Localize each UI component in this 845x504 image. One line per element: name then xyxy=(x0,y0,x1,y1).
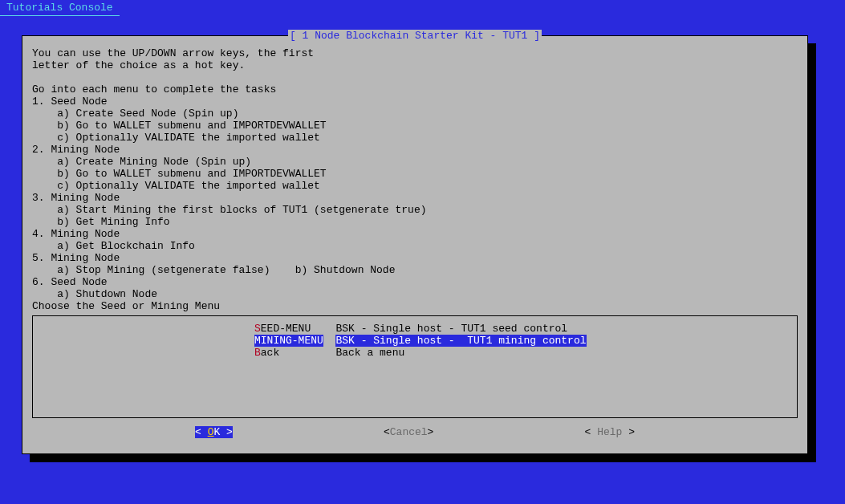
menu-box-wrap: SEED-MENU BSK - Single host - TUT1 seed … xyxy=(22,315,807,418)
dialog: [ 1 Node Blockchain Starter Kit - TUT1 ]… xyxy=(22,35,808,454)
cancel-button[interactable]: <Cancel> xyxy=(384,426,433,438)
menu-item-seed[interactable]: SEED-MENU BSK - Single host - TUT1 seed … xyxy=(254,323,575,335)
instructions-text: You can use the UP/DOWN arrow keys, the … xyxy=(22,36,807,315)
ok-button[interactable]: < OK > xyxy=(195,426,233,438)
menu-box: SEED-MENU BSK - Single host - TUT1 seed … xyxy=(32,315,798,418)
menu-list: SEED-MENU BSK - Single host - TUT1 seed … xyxy=(254,323,575,359)
window-title: Tutorials Console xyxy=(0,0,120,16)
dialog-title: [ 1 Node Blockchain Starter Kit - TUT1 ] xyxy=(22,30,807,42)
menu-item-back[interactable]: Back Back a menu xyxy=(254,347,575,359)
buttons-row: < OK > <Cancel> < Help > xyxy=(110,418,720,438)
dialog-container: [ 1 Node Blockchain Starter Kit - TUT1 ]… xyxy=(22,35,808,454)
menu-item-mining[interactable]: MINING-MENU BSK - Single host - TUT1 min… xyxy=(254,335,575,347)
help-button[interactable]: < Help > xyxy=(585,426,635,438)
